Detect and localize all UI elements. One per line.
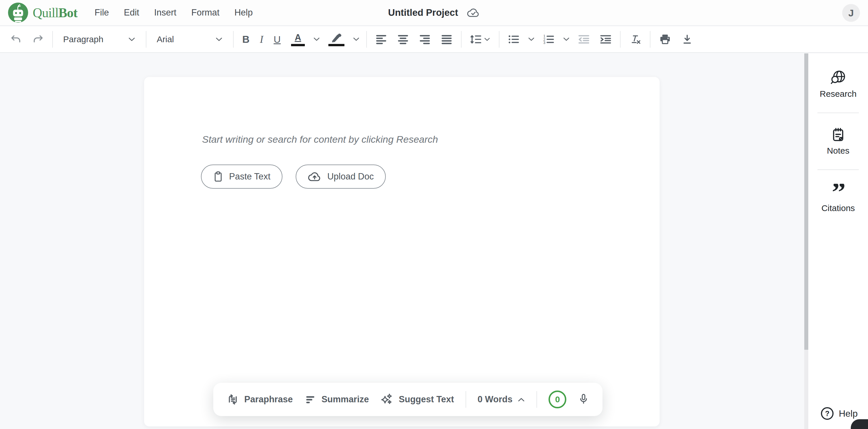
summarize-button[interactable]: Summarize (304, 393, 369, 405)
text-color-button[interactable]: A (287, 30, 309, 49)
print-button[interactable] (655, 30, 675, 49)
download-button[interactable] (677, 30, 697, 49)
highlight-color-chevron[interactable] (350, 30, 362, 49)
chevron-down-icon (128, 37, 135, 42)
sidebar-item-label: Research (820, 89, 857, 99)
indent-button[interactable] (596, 30, 616, 49)
microphone-button[interactable] (578, 393, 589, 406)
cloud-saved-icon (467, 7, 480, 18)
help-button[interactable]: ? Help (821, 407, 858, 420)
divider (536, 391, 537, 408)
underline-button[interactable]: U (269, 30, 285, 49)
bullet-list-chevron[interactable] (526, 30, 537, 49)
align-center-button[interactable] (393, 30, 413, 49)
upload-doc-button[interactable]: Upload Doc (296, 164, 386, 189)
line-spacing-button[interactable] (466, 30, 495, 49)
redo-button[interactable] (28, 30, 48, 49)
numbered-list-chevron[interactable] (561, 30, 572, 49)
formatting-toolbar: Paragraph Arial B I U A (0, 26, 868, 53)
divider (650, 31, 650, 48)
quillbot-logo[interactable]: QuillBot (8, 3, 78, 23)
clipboard-icon (213, 171, 223, 183)
flow-score-badge[interactable]: 0 (549, 391, 566, 408)
sidebar-item-label: Citations (822, 203, 855, 213)
divider (366, 31, 367, 48)
text-color-chevron[interactable] (311, 30, 322, 49)
divider (233, 31, 234, 48)
editor-action-bar: Paraphrase Summarize Suggest Text (213, 383, 602, 416)
sidebar-item-research[interactable]: Research (820, 67, 857, 101)
chevron-down-icon (215, 37, 223, 42)
svg-text:3: 3 (544, 41, 546, 44)
paraphrase-button[interactable]: Paraphrase (226, 393, 293, 406)
align-left-button[interactable] (371, 30, 391, 49)
clear-formatting-button[interactable] (625, 30, 646, 49)
menu-insert[interactable]: Insert (154, 7, 177, 18)
chevron-up-icon (518, 397, 525, 402)
paragraph-style-select[interactable]: Paragraph (56, 30, 143, 49)
user-avatar[interactable]: J (842, 4, 860, 22)
align-right-button[interactable] (415, 30, 435, 49)
font-family-select[interactable]: Arial (150, 30, 229, 49)
numbered-list-button[interactable]: 1 2 3 (539, 30, 559, 49)
suggest-text-button[interactable]: Suggest Text (380, 393, 454, 406)
notes-icon (830, 127, 846, 143)
menu-edit[interactable]: Edit (124, 7, 139, 18)
outdent-button[interactable] (574, 30, 594, 49)
chevron-down-icon (484, 37, 490, 42)
sparkle-icon (380, 393, 394, 406)
sidebar-item-citations[interactable]: ” Citations (822, 182, 855, 215)
align-justify-button[interactable] (437, 30, 457, 49)
sidebar-item-label: Notes (827, 146, 849, 156)
top-menu-bar: QuillBot File Edit Insert Format Help Un… (0, 0, 868, 26)
word-count-button[interactable]: 0 Words (477, 394, 525, 405)
divider (461, 31, 462, 48)
document-page[interactable]: Start writing or search for content by c… (144, 77, 660, 426)
citations-quote-icon: ” (832, 184, 844, 200)
paste-text-button[interactable]: Paste Text (201, 164, 282, 189)
divider (817, 113, 859, 113)
divider (817, 170, 859, 170)
question-mark-icon: ? (821, 407, 834, 420)
research-globe-icon (830, 69, 846, 86)
divider (620, 31, 621, 48)
menu-format[interactable]: Format (191, 7, 219, 18)
bold-button[interactable]: B (238, 30, 254, 49)
project-title[interactable]: Untitled Project (388, 7, 458, 18)
undo-button[interactable] (6, 30, 26, 49)
summarize-icon (304, 393, 316, 405)
editor-canvas-area: Start writing or search for content by c… (0, 53, 804, 429)
menu-file[interactable]: File (95, 7, 109, 18)
scrollbar-thumb[interactable] (804, 53, 808, 350)
divider (52, 31, 53, 48)
sidebar-item-notes[interactable]: Notes (827, 125, 849, 158)
text-color-swatch (291, 44, 305, 46)
highlighter-icon (330, 33, 343, 42)
right-sidebar: Research Notes ” Citations (808, 53, 868, 429)
highlight-color-swatch (329, 44, 344, 46)
paraphrase-icon (226, 393, 239, 406)
quillbot-wordmark: QuillBot (33, 5, 78, 20)
divider (499, 31, 499, 48)
highlight-color-button[interactable] (324, 30, 349, 49)
italic-button[interactable]: I (255, 30, 268, 49)
menu-help[interactable]: Help (235, 7, 253, 18)
quillbot-robot-icon (8, 3, 28, 23)
divider (146, 31, 146, 48)
divider (466, 391, 466, 408)
vertical-scrollbar[interactable] (804, 53, 808, 429)
menubar: File Edit Insert Format Help (95, 7, 253, 18)
editor-placeholder-text: Start writing or search for content by c… (202, 134, 438, 145)
bullet-list-button[interactable] (504, 30, 524, 49)
cloud-upload-icon (308, 171, 321, 182)
